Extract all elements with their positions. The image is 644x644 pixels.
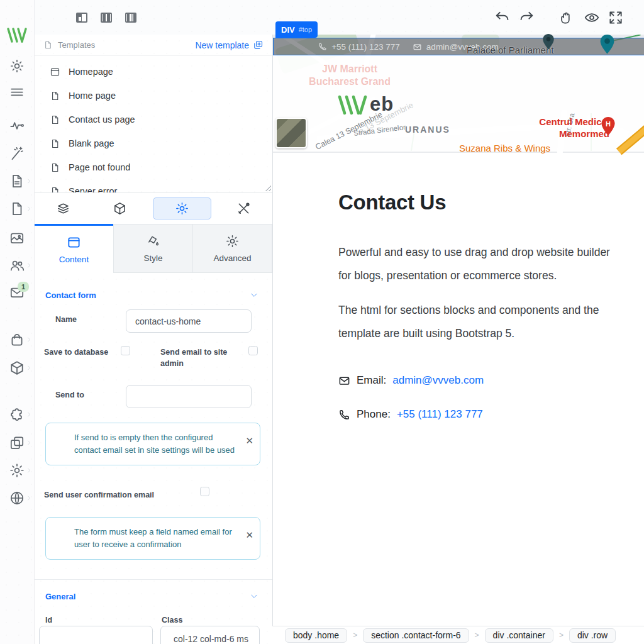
new-template-button[interactable]: New template [195, 40, 264, 50]
puzzle-icon[interactable] [9, 406, 25, 423]
name-label: Name [55, 314, 77, 325]
id-input[interactable] [39, 626, 153, 644]
file-icon [50, 186, 60, 194]
layers-icon [56, 201, 70, 216]
vvveb-logo-icon[interactable] [6, 26, 28, 44]
magic-wand-icon[interactable] [9, 145, 25, 162]
breadcrumb-item[interactable]: div .row [569, 628, 616, 643]
template-item[interactable]: Server error [35, 179, 272, 193]
browser-icon [50, 67, 60, 77]
tab-properties[interactable] [153, 197, 211, 219]
template-item[interactable]: Contact us page [35, 108, 272, 131]
chevron-down-icon[interactable] [250, 291, 258, 299]
phone-link[interactable]: +55 (111) 123 777 [397, 408, 483, 421]
chevron-right-icon [26, 467, 32, 474]
save-db-checkbox[interactable] [121, 346, 130, 355]
breadcrumb-item[interactable]: div .container [485, 628, 553, 643]
save-db-label: Save to database [44, 347, 123, 358]
advanced-gear-icon [225, 234, 240, 248]
sun-icon[interactable] [9, 58, 25, 74]
properties-gear-icon [175, 201, 189, 216]
file-icon [50, 138, 60, 149]
activity-icon[interactable] [9, 118, 25, 134]
chevron-down-icon[interactable] [250, 592, 258, 601]
alert-text: If send to is empty then the configured … [74, 433, 235, 455]
map-pin-icon [599, 34, 615, 55]
topbar-phone-text: +55 (111) 123 777 [331, 42, 400, 52]
section-contact-form[interactable]: Contact form [45, 291, 96, 300]
globe-icon[interactable] [9, 490, 25, 506]
menu-icon[interactable] [9, 84, 25, 100]
copy-plus-icon [253, 40, 264, 50]
paragraph-line: The html for sections blocks and compone… [338, 299, 644, 322]
redo-icon[interactable] [518, 9, 535, 26]
map-label-suzana: Suzana Ribs & Wings [459, 143, 550, 153]
svg-text:H: H [606, 120, 611, 128]
eye-icon[interactable] [584, 9, 600, 26]
component-tab-strip [35, 193, 272, 224]
template-item[interactable]: Home page [35, 84, 272, 108]
breadcrumb-item[interactable]: body .home [285, 628, 347, 643]
template-item[interactable]: Page not found [35, 155, 272, 179]
send-admin-checkbox[interactable] [248, 346, 258, 355]
shopping-bag-icon[interactable] [9, 331, 25, 348]
panel-left-icon[interactable] [76, 13, 87, 23]
template-label: Page not found [69, 162, 130, 172]
gear-icon[interactable] [9, 462, 25, 479]
topbar-phone[interactable]: +55 (111) 123 777 [318, 42, 400, 52]
class-input[interactable] [160, 626, 260, 644]
selected-topbar-element[interactable]: +55 (111) 123 777 admin@vvveb.com [273, 38, 644, 55]
chevron-right-icon [26, 178, 32, 184]
name-input[interactable] [126, 309, 252, 333]
tab-content-label: Content [59, 255, 89, 264]
editor-canvas[interactable]: JW MarriottBucharest Grand a 13 Septembr… [272, 35, 644, 626]
email-row: Email: admin@vvveb.com [338, 374, 484, 387]
breadcrumb-item[interactable]: section .contact-form-6 [363, 628, 469, 643]
close-icon[interactable]: ✕ [245, 433, 253, 448]
template-label: Home page [69, 91, 116, 101]
send-to-input[interactable] [126, 385, 252, 408]
tab-content[interactable]: Content [35, 224, 113, 273]
selection-badge[interactable]: DIV #top [275, 21, 318, 38]
tab-advanced[interactable]: Advanced [192, 224, 272, 273]
users-icon[interactable] [9, 257, 25, 274]
template-item[interactable]: Homepage [35, 60, 272, 84]
page-icon[interactable] [9, 201, 25, 217]
mail-count-badge: 1 [18, 282, 29, 292]
template-item[interactable]: Blank page [35, 131, 272, 155]
undo-icon[interactable] [494, 9, 511, 26]
template-label: Blank page [69, 138, 114, 148]
send-to-info-alert: If send to is empty then the configured … [45, 423, 260, 465]
close-icon[interactable]: ✕ [245, 528, 253, 542]
tab-style[interactable]: Style [113, 224, 192, 273]
send-admin-label: Send email to site admin [160, 347, 236, 369]
confirm-email-checkbox[interactable] [200, 487, 209, 496]
selection-tag: DIV [281, 25, 295, 35]
panel-columns-alt-icon[interactable] [125, 13, 136, 23]
page-title[interactable]: Contact Us [338, 191, 446, 214]
images-icon[interactable] [9, 230, 25, 246]
satellite-thumbnail[interactable] [275, 118, 307, 148]
alert-text: The form must keep a field named email f… [74, 527, 232, 549]
tab-components[interactable] [92, 193, 149, 224]
breadcrumb-separator: > [559, 631, 564, 640]
site-logo[interactable]: eb [336, 92, 394, 117]
map-strip: Calea 13 Septembrie Strada Sirenelor URA… [273, 116, 644, 153]
section-general[interactable]: General [45, 592, 75, 601]
envelope-icon [413, 42, 422, 52]
paragraph-2[interactable]: The html for sections blocks and compone… [338, 299, 644, 345]
templates-header: Templates New template [35, 35, 272, 56]
paragraph-1[interactable]: Powerful and easy to use drag and drop w… [338, 241, 644, 287]
hand-icon[interactable] [558, 9, 575, 26]
fullscreen-icon[interactable] [608, 9, 624, 26]
panel-columns-icon[interactable] [101, 13, 112, 23]
map-label-jw-marriott: JW MarriottBucharest Grand [293, 63, 406, 88]
pages-icon[interactable] [9, 435, 25, 451]
tab-layers[interactable] [35, 193, 92, 224]
page-text-icon[interactable] [9, 173, 25, 189]
tab-tools[interactable] [216, 193, 273, 224]
box-icon[interactable] [9, 360, 25, 376]
element-breadcrumb: body .home > section .contact-form-6 > d… [272, 626, 644, 644]
file-icon [50, 162, 60, 173]
email-link[interactable]: admin@vvveb.com [392, 374, 484, 387]
